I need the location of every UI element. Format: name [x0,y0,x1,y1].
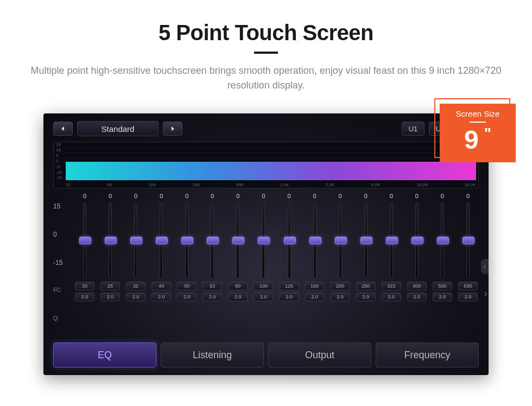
spectrum-x-tick: 500 [236,182,243,187]
band-fc[interactable]: 32 [126,282,145,290]
band-fc[interactable]: 500 [433,282,452,290]
band-q[interactable]: 2.0 [356,293,376,301]
axis-mid: 0 [53,231,69,259]
preset-next-button[interactable] [163,122,182,136]
tab-output[interactable]: Output [268,342,371,367]
band-slider[interactable] [211,202,214,278]
spectrum-x-axis: 20501002005001.0K2.0K5.0K10.0K20.0K [66,182,476,187]
band-q[interactable]: 2.0 [100,293,120,301]
band-fc[interactable]: 63 [202,282,222,290]
tab-eq[interactable]: EQ [53,342,156,367]
band-fc[interactable]: 160 [305,282,325,290]
eq-band-11: 02502.0 [355,193,377,344]
band-slider[interactable] [160,202,163,278]
spectrum-x-tick: 5.0K [371,182,380,187]
band-fc[interactable]: 250 [356,282,376,290]
slider-knob[interactable] [207,237,219,244]
screen-size-badge: Screen Size 9" [440,104,516,162]
user-preset-1-button[interactable]: U1 [402,122,425,136]
spectrum-y-axis: 151050-5-10-15 [56,142,62,180]
band-q[interactable]: 2.0 [407,293,427,301]
eq-sliders: 0202.00252.00322.00402.00502.00632.00802… [74,193,479,344]
band-slider[interactable] [262,202,265,278]
slider-knob[interactable] [360,237,372,244]
band-fc[interactable]: 400 [407,282,427,290]
band-fc[interactable]: 125 [280,282,299,290]
eq-band-5: 0632.0 [201,193,223,344]
slider-knob[interactable] [232,237,244,244]
band-q[interactable]: 2.0 [151,293,171,301]
band-slider[interactable] [288,202,291,278]
band-q[interactable]: 2.0 [305,293,325,301]
band-fc[interactable]: 50 [177,282,197,290]
band-slider[interactable] [313,202,316,278]
band-slider[interactable] [415,202,419,278]
band-fc[interactable]: 200 [331,282,350,290]
spectrum-y-tick: 5 [56,153,62,158]
side-collapse-tab[interactable]: ‹ [481,259,489,274]
band-value: 0 [287,193,290,201]
slider-knob[interactable] [437,237,449,244]
band-q[interactable]: 2.0 [228,293,248,301]
band-slider[interactable] [109,202,112,278]
band-q[interactable]: 2.0 [254,293,273,301]
q-label: Q: [53,315,69,344]
spectrum-y-tick: 0 [56,158,62,163]
band-slider[interactable] [134,202,137,278]
slider-knob[interactable] [79,237,91,244]
band-slider[interactable] [466,202,470,278]
band-q[interactable]: 2.0 [331,293,350,301]
tab-frequency[interactable]: Frequency [376,342,479,367]
band-q[interactable]: 2.0 [382,293,401,301]
slider-knob[interactable] [284,237,296,244]
band-q[interactable]: 2.0 [433,293,452,301]
band-value: 0 [390,193,393,201]
preset-name[interactable]: Standard [77,121,159,136]
eq-band-9: 01602.0 [304,193,326,344]
eq-band-14: 05002.0 [432,193,453,344]
band-q[interactable]: 2.0 [458,293,478,301]
slider-knob[interactable] [258,237,270,244]
preset-prev-button[interactable] [53,122,73,136]
band-value: 0 [466,193,470,201]
slider-knob[interactable] [386,237,398,244]
band-q[interactable]: 2.0 [126,293,145,301]
band-fc[interactable]: 315 [382,282,401,290]
band-slider[interactable] [83,202,86,278]
band-q[interactable]: 2.0 [75,293,94,301]
bottom-tabs: EQListeningOutputFrequency [53,342,479,367]
eq-band-4: 0502.0 [176,193,198,344]
slider-knob[interactable] [156,237,168,244]
slider-knob[interactable] [411,237,423,244]
band-slider[interactable] [441,202,444,278]
band-fc[interactable]: 630 [458,282,478,290]
band-slider[interactable] [185,202,188,278]
band-q[interactable]: 2.0 [280,293,299,301]
band-fc[interactable]: 80 [228,282,248,290]
band-fc[interactable]: 100 [254,282,273,290]
band-fc[interactable]: 20 [75,282,94,290]
slider-knob[interactable] [105,237,117,244]
band-slider[interactable] [390,202,393,278]
band-slider[interactable] [339,202,342,278]
band-slider[interactable] [236,202,239,278]
band-value: 0 [262,193,265,201]
slider-knob[interactable] [335,237,347,244]
band-q[interactable]: 2.0 [177,293,197,301]
band-slider[interactable] [364,202,368,278]
slider-knob[interactable] [181,237,193,244]
page-subtitle: Multiple point high-sensitive touchscree… [27,64,505,93]
slider-knob[interactable] [130,237,142,244]
slider-knob[interactable] [463,237,474,244]
band-fc[interactable]: 25 [100,282,120,290]
fc-label: FC: [53,287,69,315]
band-q[interactable]: 2.0 [202,293,222,301]
spectrum-y-tick: -5 [56,164,62,169]
scroll-right-button[interactable]: › [484,287,487,300]
slider-knob[interactable] [309,237,321,244]
tab-listening[interactable]: Listening [161,342,264,367]
band-value: 0 [109,193,112,201]
spectrum-x-tick: 1.0K [280,182,289,187]
band-fc[interactable]: 40 [151,282,171,290]
spectrum-y-tick: 15 [56,142,62,147]
